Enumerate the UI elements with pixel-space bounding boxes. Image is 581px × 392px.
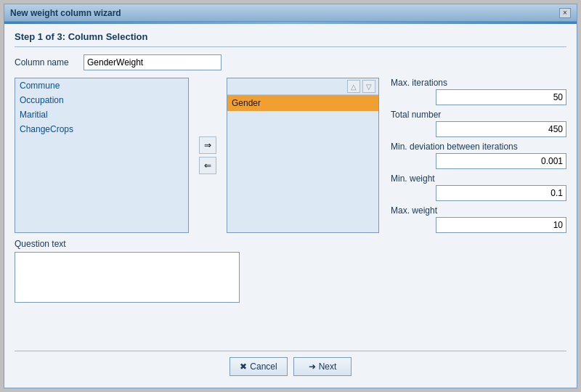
cancel-icon: ✖ [240, 362, 247, 372]
max-weight-input[interactable] [436, 217, 566, 233]
wizard-window: New weight column wizard × Step 1 of 3: … [4, 4, 577, 388]
down-arrow-icon: ▽ [366, 83, 372, 91]
transfer-buttons: ⇒ ⇐ [195, 78, 221, 233]
min-weight-input[interactable] [436, 185, 566, 201]
total-number-label: Total number [391, 110, 566, 120]
min-weight-label: Min. weight [391, 173, 566, 184]
max-weight-group: Max. weight [391, 205, 566, 233]
list-item[interactable]: Occupation [15, 93, 188, 107]
wizard-content: Step 1 of 3: Column Selection Column nam… [4, 24, 577, 388]
total-number-input[interactable] [436, 121, 566, 137]
question-text-area[interactable] [15, 252, 240, 303]
list-item[interactable]: Maritial [15, 107, 188, 122]
up-arrow-icon: △ [351, 83, 357, 91]
min-deviation-group: Min. deviation between iterations [391, 142, 566, 169]
list-item[interactable]: Commune [15, 78, 188, 93]
cancel-label: Cancel [250, 362, 277, 372]
max-iterations-input[interactable] [436, 89, 566, 105]
move-left-button[interactable]: ⇐ [199, 157, 216, 174]
arrow-right-icon: ⇒ [204, 140, 211, 150]
left-panel: Commune Occupation Maritial ChangeCrops [15, 78, 189, 233]
step-title: Step 1 of 3: Column Selection [15, 31, 566, 47]
next-label: Next [319, 362, 337, 372]
move-right-button[interactable]: ⇒ [199, 136, 216, 154]
selected-columns-list[interactable]: △ ▽ Gender [227, 78, 379, 233]
column-name-row: Column name [15, 54, 566, 70]
min-weight-group: Min. weight [391, 173, 566, 201]
question-text-label: Question text [15, 239, 566, 249]
min-deviation-input[interactable] [436, 153, 566, 169]
min-deviation-label: Min. deviation between iterations [391, 142, 566, 152]
max-weight-label: Max. weight [391, 205, 566, 216]
next-button[interactable]: ➜ Next [293, 357, 352, 376]
cancel-button[interactable]: ✖ Cancel [229, 357, 288, 376]
max-iterations-group: Max. iterations [391, 78, 566, 105]
main-area: Commune Occupation Maritial ChangeCrops … [15, 78, 566, 233]
close-button[interactable]: × [559, 8, 571, 18]
question-section: Question text [15, 239, 566, 305]
available-columns-list[interactable]: Commune Occupation Maritial ChangeCrops [15, 78, 189, 233]
total-number-group: Total number [391, 110, 566, 137]
window-title: New weight column wizard [10, 8, 121, 18]
button-bar: ✖ Cancel ➜ Next [15, 351, 566, 380]
right-panel: △ ▽ Gender [227, 78, 379, 233]
move-up-button[interactable]: △ [347, 80, 360, 93]
arrow-left-icon: ⇐ [204, 160, 211, 171]
next-icon: ➜ [309, 362, 316, 372]
move-down-button[interactable]: ▽ [362, 80, 375, 93]
list-controls: △ ▽ [227, 78, 378, 95]
column-name-input[interactable] [84, 54, 222, 70]
max-iterations-label: Max. iterations [391, 78, 566, 88]
selected-column-item[interactable]: Gender [227, 95, 378, 111]
parameters-panel: Max. iterations Total number Min. deviat… [385, 78, 566, 233]
title-bar: New weight column wizard × [4, 4, 577, 22]
column-name-label: Column name [15, 57, 84, 68]
list-item[interactable]: ChangeCrops [15, 122, 188, 136]
